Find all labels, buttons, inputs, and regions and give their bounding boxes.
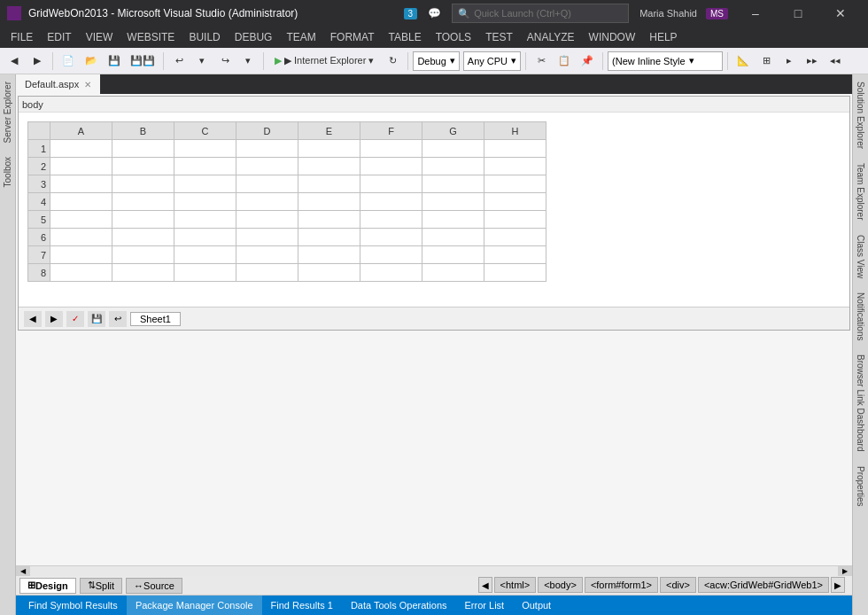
menu-build[interactable]: BUILD <box>182 29 227 45</box>
sidebar-tab-team-explorer[interactable]: Team Explorer <box>854 156 867 227</box>
cell[interactable] <box>484 229 546 246</box>
cell[interactable] <box>112 175 174 193</box>
paste-button[interactable]: 📌 <box>577 51 598 72</box>
cut-button[interactable]: ✂ <box>531 51 552 72</box>
split-mode-button[interactable]: ⇅ Split <box>80 578 122 594</box>
col-header-B[interactable]: B <box>112 122 174 140</box>
cell[interactable] <box>360 193 422 211</box>
menu-view[interactable]: VIEW <box>79 29 120 45</box>
back-button[interactable]: ◀ <box>4 51 25 72</box>
sidebar-tab-notifications[interactable]: Notifications <box>854 285 867 347</box>
design-mode-button[interactable]: ⊞ Design <box>19 578 76 594</box>
path-tag-gridweb[interactable]: <acw:GridWeb#GridWeb1> <box>698 577 829 593</box>
quick-launch-box[interactable]: 🔍 <box>452 4 629 23</box>
cell[interactable] <box>174 264 236 282</box>
sheet-prev-button[interactable]: ◀ <box>24 311 42 327</box>
platform-dropdown[interactable]: Any CPU ▾ <box>463 51 521 71</box>
col-header-A[interactable]: A <box>50 122 112 140</box>
misc-button2[interactable]: ▸▸ <box>802 51 823 72</box>
cell[interactable] <box>174 229 236 246</box>
menu-table[interactable]: TABLE <box>382 29 429 45</box>
cell[interactable] <box>112 158 174 175</box>
notification-badge[interactable]: 3 <box>404 8 418 19</box>
cell[interactable] <box>298 158 360 175</box>
cell[interactable] <box>484 193 546 211</box>
menu-file[interactable]: FILE <box>4 29 40 45</box>
menu-tools[interactable]: TOOLS <box>429 29 478 45</box>
style-dropdown[interactable]: (New Inline Style ▾ <box>608 51 723 71</box>
cell[interactable] <box>174 158 236 175</box>
close-button[interactable]: ✕ <box>820 0 861 27</box>
menu-test[interactable]: TEST <box>478 29 520 45</box>
cell[interactable] <box>112 140 174 158</box>
cell[interactable] <box>422 211 484 229</box>
cell[interactable] <box>174 246 236 264</box>
cell[interactable] <box>360 264 422 282</box>
cell[interactable] <box>360 229 422 246</box>
copy-button[interactable]: 📋 <box>554 51 575 72</box>
col-header-D[interactable]: D <box>236 122 298 140</box>
cell[interactable] <box>50 175 112 193</box>
chat-icon[interactable]: 💬 <box>424 7 445 19</box>
save-button[interactable]: 💾 <box>104 51 125 72</box>
cell[interactable] <box>174 140 236 158</box>
cell[interactable] <box>50 158 112 175</box>
sheet-next-button[interactable]: ▶ <box>45 311 63 327</box>
cell[interactable] <box>422 175 484 193</box>
cell[interactable] <box>422 246 484 264</box>
cell[interactable] <box>360 246 422 264</box>
sheet-check-button[interactable]: ✓ <box>66 311 84 327</box>
status-tab-output[interactable]: Output <box>513 596 560 615</box>
col-header-F[interactable]: F <box>360 122 422 140</box>
cell[interactable] <box>360 175 422 193</box>
run-dropdown-icon[interactable]: ▾ <box>368 55 374 66</box>
h-scroll-bar[interactable]: ◀ ▶ <box>16 565 852 576</box>
menu-help[interactable]: HELP <box>642 29 684 45</box>
status-tab-find-results[interactable]: Find Results 1 <box>262 596 342 615</box>
cell[interactable] <box>360 140 422 158</box>
menu-edit[interactable]: EDIT <box>40 29 78 45</box>
cell[interactable] <box>484 140 546 158</box>
cell[interactable] <box>236 229 298 246</box>
tab-default-aspx[interactable]: Default.aspx ✕ <box>16 74 101 94</box>
redo-dropdown[interactable]: ▾ <box>237 51 259 72</box>
refresh-button[interactable]: ↻ <box>382 51 403 72</box>
cell[interactable] <box>298 140 360 158</box>
path-tag-form[interactable]: <form#form1> <box>585 577 658 593</box>
cell[interactable] <box>236 264 298 282</box>
table-button[interactable]: ⊞ <box>756 51 777 72</box>
sidebar-tab-toolbox[interactable]: Toolbox <box>1 150 14 194</box>
status-tab-error-list[interactable]: Error List <box>456 596 514 615</box>
cell[interactable] <box>50 211 112 229</box>
cell[interactable] <box>298 264 360 282</box>
cell[interactable] <box>50 140 112 158</box>
undo-dropdown[interactable]: ▾ <box>191 51 213 72</box>
user-avatar[interactable]: MS <box>706 8 728 19</box>
cell[interactable] <box>484 158 546 175</box>
cell[interactable] <box>236 246 298 264</box>
minimize-button[interactable]: – <box>735 0 776 27</box>
sheet-undo-button[interactable]: ↩ <box>109 311 127 327</box>
source-mode-button[interactable]: ↔ Source <box>126 578 182 594</box>
cell[interactable] <box>50 229 112 246</box>
save-all-button[interactable]: 💾💾 <box>127 51 159 72</box>
sidebar-tab-browser-link[interactable]: Browser Link Dashboard <box>854 347 867 459</box>
cell[interactable] <box>484 264 546 282</box>
col-header-C[interactable]: C <box>174 122 236 140</box>
col-header-G[interactable]: G <box>422 122 484 140</box>
cell[interactable] <box>174 193 236 211</box>
tab-close-icon[interactable]: ✕ <box>84 80 91 90</box>
path-scroll-left[interactable]: ◀ <box>478 577 492 593</box>
cell[interactable] <box>360 211 422 229</box>
maximize-button[interactable]: □ <box>778 0 818 27</box>
open-file-button[interactable]: 📂 <box>81 51 102 72</box>
cell[interactable] <box>484 211 546 229</box>
cell[interactable] <box>112 246 174 264</box>
quick-launch-input[interactable] <box>474 8 607 19</box>
cell[interactable] <box>236 211 298 229</box>
cell[interactable] <box>112 211 174 229</box>
menu-website[interactable]: WEBSITE <box>120 29 182 45</box>
sidebar-tab-solution-explorer[interactable]: Solution Explorer <box>854 74 867 156</box>
spreadsheet-area[interactable]: A B C D E F G H 12345678 <box>19 113 849 307</box>
cell[interactable] <box>360 158 422 175</box>
